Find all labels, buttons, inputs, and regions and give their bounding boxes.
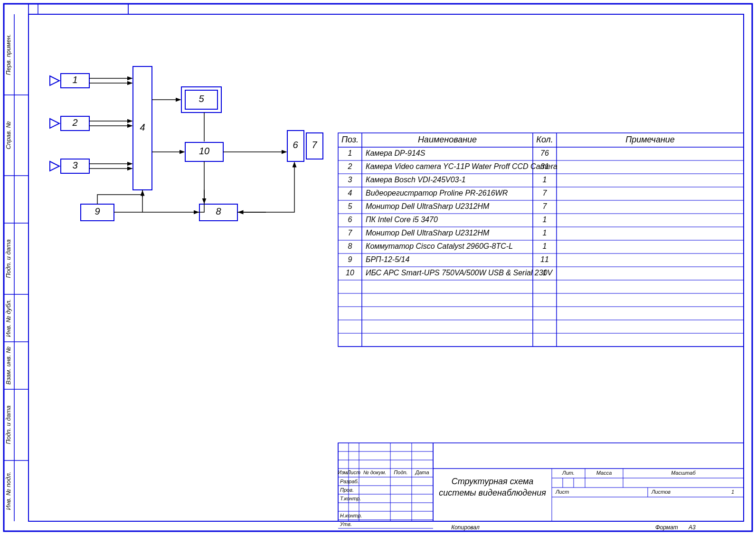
block-9-label: 9 [94, 206, 100, 216]
block-4-label: 4 [140, 122, 145, 132]
svg-text:Лист: Лист [555, 489, 569, 495]
svg-text:Н.контр.: Н.контр. [340, 513, 362, 518]
table-name: БРП-12-5/14 [366, 255, 409, 263]
block-3-label: 3 [72, 160, 77, 170]
table-qty: 11 [540, 255, 549, 263]
table-pos: 3 [348, 176, 352, 184]
table-qty: 7 [543, 202, 548, 210]
svg-marker-16 [50, 119, 59, 128]
footer-kopiroval: Копировал [451, 524, 480, 531]
table-name: Монитор Dell UltraSharp U2312HM [366, 202, 490, 210]
table-name: Коммутатор Cisco Catalyst 2960G-8TC-L [366, 242, 513, 250]
svg-rect-58 [338, 443, 744, 521]
svg-text:Разраб.: Разраб. [340, 479, 359, 484]
title-block: Изм.Лист№ докум.Подп.ДатаРазраб.Пров.Т.к… [338, 443, 744, 528]
svg-text:Т.контр.: Т.контр. [340, 496, 361, 501]
table-qty: 76 [540, 149, 549, 157]
table-qty: 1 [543, 176, 547, 184]
sidebar-label-4: Инв. № дубл. [5, 299, 12, 337]
drawing-title: Структурная схема [452, 477, 534, 486]
block-2-label: 2 [72, 117, 77, 128]
table-qty: 1 [543, 269, 547, 277]
svg-text:1: 1 [731, 489, 734, 495]
table-name: Камера Bosch VDI-245V03-1 [366, 176, 466, 184]
svg-text:Масса: Масса [596, 470, 612, 476]
table-pos: 6 [348, 216, 352, 224]
block-7-label: 7 [312, 140, 317, 150]
table-pos: 2 [348, 162, 352, 170]
drawing-title: системы виденаблюдения [439, 488, 546, 497]
table-pos: 9 [348, 255, 352, 263]
svg-text:Поз.: Поз. [341, 135, 359, 144]
block-1-label: 1 [72, 75, 77, 85]
svg-marker-15 [50, 76, 59, 85]
table-qty: 7 [543, 189, 548, 197]
block-8-label: 8 [216, 206, 221, 216]
table-name: Видеорегистратор Proline PR-2616WR [366, 189, 508, 197]
svg-text:Лист: Лист [347, 469, 360, 475]
table-pos: 8 [348, 242, 352, 250]
table-name: Камера DP-914S [366, 149, 425, 157]
table-qty: 1 [543, 229, 547, 237]
block-6-label: 6 [293, 140, 298, 150]
svg-text:Масштаб: Масштаб [671, 470, 696, 476]
table-name: Камера Video camera YC-11P Water Proff C… [366, 162, 558, 170]
svg-text:Кол.: Кол. [536, 135, 553, 144]
svg-text:Подп.: Подп. [394, 469, 407, 475]
svg-rect-1 [28, 14, 744, 521]
sidebar-label-6: Подп. и дата [5, 405, 12, 444]
svg-marker-17 [50, 161, 59, 171]
camera-icon [50, 76, 59, 171]
parts-table: Поз.НаименованиеКол.Примечание1Камера DP… [338, 133, 744, 347]
block-5-label: 5 [198, 94, 204, 104]
table-pos: 5 [348, 202, 352, 210]
footer-format-value: А3 [688, 524, 696, 531]
svg-text:№ докум.: № докум. [363, 469, 386, 475]
sidebar-label-2: Справ. № [5, 121, 12, 149]
footer-format-label: Формат [655, 524, 678, 531]
svg-text:Дата: Дата [414, 469, 429, 475]
table-qty: 1 [543, 216, 547, 224]
svg-text:Листов: Листов [651, 489, 671, 495]
table-name: Монитор Dell UltraSharp U2312HM [366, 229, 490, 237]
svg-text:Утв.: Утв. [340, 521, 352, 527]
table-name: ИБС APC Smart-UPS 750VA/500W USB & Seria… [366, 269, 553, 277]
table-pos: 10 [346, 269, 354, 277]
table-qty: 1 [543, 242, 547, 250]
sidebar-label-5: Взам. инв. № [5, 347, 12, 385]
svg-rect-4 [28, 4, 128, 14]
sidebar-label-1: Перв. примен. [5, 34, 12, 75]
sidebar-label-7: Инв. № подл. [5, 472, 12, 510]
svg-text:Наименование: Наименование [418, 135, 477, 144]
table-qty: 31 [540, 162, 549, 170]
table-pos: 1 [348, 149, 352, 157]
block-10-label: 10 [199, 146, 209, 156]
svg-text:Примечание: Примечание [625, 135, 675, 144]
table-pos: 4 [348, 189, 352, 197]
table-pos: 7 [348, 229, 353, 237]
sidebar-label-3: Подп. и дата [5, 239, 12, 278]
table-name: ПК Intel Core i5 3470 [366, 216, 438, 224]
svg-text:Пров.: Пров. [340, 487, 354, 493]
svg-text:Лит.: Лит. [562, 470, 575, 476]
